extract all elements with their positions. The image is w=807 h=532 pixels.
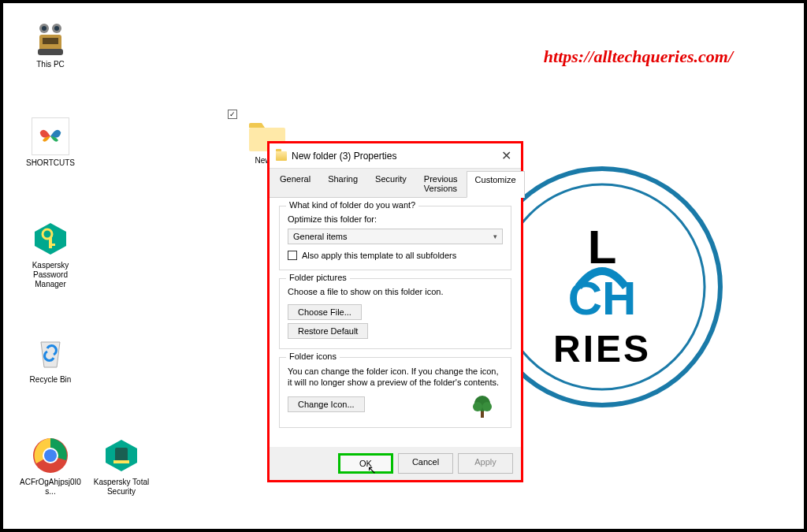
change-icon-button[interactable]: Change Icon... — [288, 396, 365, 412]
dialog-body: What kind of folder do you want? Optimiz… — [270, 198, 521, 447]
svg-rect-21 — [113, 460, 129, 463]
recycle-bin-icon — [32, 334, 69, 372]
desktop-icon-label: Kaspersky Total Security — [90, 478, 153, 497]
watermark-url: https://alltechqueries.com/ — [544, 47, 733, 67]
svg-text:RIES: RIES — [553, 328, 651, 370]
group-legend: Folder pictures — [286, 273, 350, 282]
kaspersky-key-icon — [32, 220, 69, 258]
desktop-icon-kaspersky-pm[interactable]: Kaspersky Password Manager — [19, 220, 82, 289]
desktop-icon-label: ACFrOgAhjpsj0I0s... — [19, 478, 82, 497]
svg-rect-15 — [49, 244, 55, 246]
tree-icon — [470, 394, 495, 419]
svg-rect-6 — [43, 38, 58, 44]
group-legend: Folder icons — [286, 352, 340, 361]
checkbox-label: Also apply this template to all subfolde… — [302, 251, 456, 260]
desktop-icon-label: SHORTCUTS — [19, 158, 82, 168]
group-folder-pictures: Folder pictures Choose a file to show on… — [279, 278, 511, 349]
desktop-icon-kaspersky-ts[interactable]: Kaspersky Total Security — [90, 437, 153, 497]
cancel-button[interactable]: Cancel — [398, 453, 453, 474]
folder-icon — [276, 151, 287, 161]
cursor-icon: ↖ — [367, 463, 377, 476]
dropdown-value: General items — [293, 232, 347, 241]
tab-security[interactable]: Security — [366, 170, 415, 197]
desktop-icon-label: This PC — [19, 60, 82, 69]
optimize-dropdown[interactable]: General items ▾ — [288, 229, 503, 244]
restore-default-button[interactable]: Restore Default — [288, 323, 368, 339]
dialog-footer: OK ↖ Cancel Apply — [270, 447, 521, 480]
svg-point-9 — [42, 26, 46, 31]
svg-rect-14 — [49, 237, 52, 248]
desktop-icon-label: Recycle Bin — [19, 375, 82, 385]
choose-file-text: Choose a file to show on this folder ico… — [288, 287, 503, 296]
choose-file-button[interactable]: Choose File... — [288, 304, 362, 320]
group-legend: What kind of folder do you want? — [286, 200, 418, 210]
also-apply-checkbox-row[interactable]: Also apply this template to all subfolde… — [288, 251, 503, 260]
desktop-icon-recycle-bin[interactable]: Recycle Bin — [19, 334, 82, 385]
svg-point-25 — [473, 402, 482, 411]
svg-text:L: L — [588, 221, 617, 273]
desktop-icon-shortcuts[interactable]: SHORTCUTS — [19, 117, 82, 168]
tab-previous[interactable]: Previous Versions — [415, 170, 467, 197]
svg-point-10 — [54, 26, 59, 31]
folder-select-checkbox[interactable]: ✓ — [228, 110, 237, 119]
svg-point-26 — [482, 402, 492, 411]
dialog-titlebar[interactable]: New folder (3) Properties ✕ — [270, 143, 521, 169]
tab-customize[interactable]: Customize — [467, 171, 525, 198]
ok-button[interactable]: OK ↖ — [338, 453, 393, 474]
desktop-icon-label: Kaspersky Password Manager — [19, 261, 82, 289]
optimize-label: Optimize this folder for: — [288, 214, 503, 224]
close-icon[interactable]: ✕ — [498, 148, 515, 163]
checkbox-icon[interactable] — [288, 251, 297, 260]
dialog-tabs: General Sharing Security Previous Versio… — [270, 169, 521, 198]
desktop-icon-chrome-file[interactable]: ACFrOgAhjpsj0I0s... — [19, 437, 82, 497]
properties-dialog: New folder (3) Properties ✕ General Shar… — [267, 141, 523, 482]
group-folder-icons: Folder icons You can change the folder i… — [279, 357, 511, 428]
group-folder-kind: What kind of folder do you want? Optimiz… — [279, 206, 511, 270]
walle-icon — [32, 19, 69, 57]
butterfly-icon — [32, 117, 69, 155]
svg-rect-11 — [38, 49, 63, 55]
svg-text:CH: CH — [568, 272, 637, 325]
tab-general[interactable]: General — [271, 170, 319, 197]
chrome-icon — [32, 437, 69, 474]
tab-sharing[interactable]: Sharing — [319, 170, 366, 197]
kaspersky-shield-icon — [102, 437, 140, 474]
apply-button: Apply — [458, 453, 513, 474]
svg-point-18 — [44, 449, 57, 462]
folder-icons-desc: You can change the folder icon. If you c… — [288, 366, 503, 389]
dialog-title: New folder (3) Properties — [292, 151, 498, 162]
chevron-down-icon: ▾ — [493, 233, 497, 240]
desktop-icon-this-pc[interactable]: This PC — [19, 19, 82, 69]
